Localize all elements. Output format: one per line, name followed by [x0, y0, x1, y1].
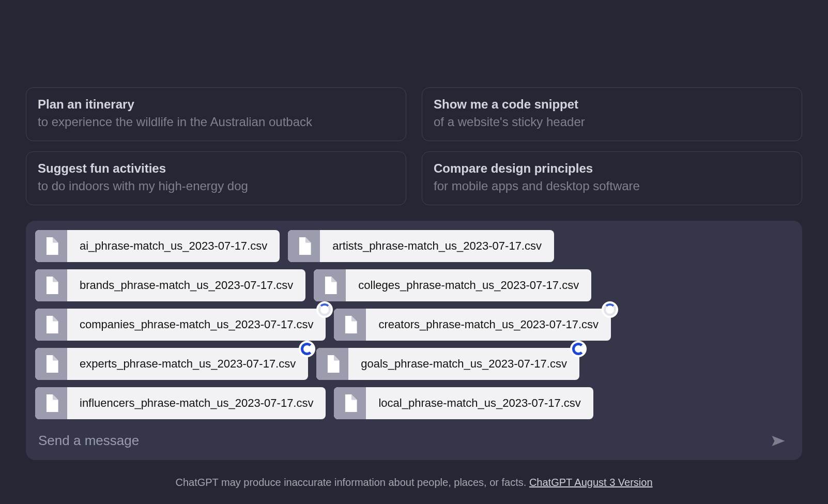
file-icon — [334, 387, 366, 419]
attachment-chip[interactable]: experts_phrase-match_us_2023-07-17.csv — [35, 348, 308, 380]
suggestion-title: Compare design principles — [434, 161, 790, 176]
suggestion-title: Plan an itinerary — [38, 97, 394, 112]
version-link[interactable]: ChatGPT August 3 Version — [529, 477, 653, 488]
file-icon — [288, 230, 320, 262]
upload-spinner-icon — [602, 301, 618, 318]
attachment-chip[interactable]: companies_phrase-match_us_2023-07-17.csv — [35, 309, 326, 341]
attachment-chip[interactable]: brands_phrase-match_us_2023-07-17.csv — [35, 269, 305, 301]
suggestion-title: Show me a code snippet — [434, 97, 790, 112]
attachment-chip[interactable]: creators_phrase-match_us_2023-07-17.csv — [334, 309, 611, 341]
attachment-filename: brands_phrase-match_us_2023-07-17.csv — [67, 269, 305, 301]
file-icon — [314, 269, 346, 301]
send-button[interactable] — [769, 433, 788, 449]
attachment-filename: experts_phrase-match_us_2023-07-17.csv — [67, 348, 308, 380]
attachment-filename: companies_phrase-match_us_2023-07-17.csv — [67, 309, 326, 341]
message-composer: ai_phrase-match_us_2023-07-17.csvartists… — [26, 221, 802, 460]
file-icon — [35, 387, 67, 419]
attachment-chip[interactable]: influencers_phrase-match_us_2023-07-17.c… — [35, 387, 326, 419]
attachment-chip[interactable]: colleges_phrase-match_us_2023-07-17.csv — [314, 269, 591, 301]
suggestion-subtitle: of a website's sticky header — [434, 115, 790, 129]
attachment-filename: artists_phrase-match_us_2023-07-17.csv — [320, 230, 554, 262]
suggestion-card-2[interactable]: Show me a code snippet of a website's st… — [422, 87, 802, 141]
attachment-chip[interactable]: local_phrase-match_us_2023-07-17.csv — [334, 387, 593, 419]
send-icon — [771, 434, 786, 448]
suggestion-subtitle: for mobile apps and desktop software — [434, 179, 790, 193]
attachment-filename: creators_phrase-match_us_2023-07-17.csv — [366, 309, 611, 341]
footer-disclaimer: ChatGPT may produce inaccurate informati… — [26, 477, 802, 488]
file-icon — [334, 309, 366, 341]
disclaimer-text: ChatGPT may produce inaccurate informati… — [175, 477, 529, 488]
attachment-filename: colleges_phrase-match_us_2023-07-17.csv — [346, 269, 591, 301]
file-icon — [316, 348, 348, 380]
suggestion-card-3[interactable]: Suggest fun activities to do indoors wit… — [26, 151, 406, 205]
suggestion-card-4[interactable]: Compare design principles for mobile app… — [422, 151, 802, 205]
message-input[interactable] — [38, 433, 769, 449]
attachment-filename: ai_phrase-match_us_2023-07-17.csv — [67, 230, 280, 262]
suggestion-subtitle: to do indoors with my high-energy dog — [38, 179, 394, 193]
attachment-filename: influencers_phrase-match_us_2023-07-17.c… — [67, 387, 326, 419]
suggestion-title: Suggest fun activities — [38, 161, 394, 176]
suggestion-subtitle: to experience the wildlife in the Austra… — [38, 115, 394, 129]
attachment-filename: local_phrase-match_us_2023-07-17.csv — [366, 387, 593, 419]
file-icon — [35, 348, 67, 380]
attachment-filename: goals_phrase-match_us_2023-07-17.csv — [348, 348, 579, 380]
file-icon — [35, 309, 67, 341]
upload-spinner-icon — [570, 341, 587, 357]
attachment-list: ai_phrase-match_us_2023-07-17.csvartists… — [35, 230, 793, 419]
attachment-chip[interactable]: artists_phrase-match_us_2023-07-17.csv — [288, 230, 554, 262]
upload-spinner-icon — [299, 341, 315, 357]
file-icon — [35, 269, 67, 301]
suggestion-card-1[interactable]: Plan an itinerary to experience the wild… — [26, 87, 406, 141]
file-icon — [35, 230, 67, 262]
attachment-chip[interactable]: ai_phrase-match_us_2023-07-17.csv — [35, 230, 280, 262]
attachment-chip[interactable]: goals_phrase-match_us_2023-07-17.csv — [316, 348, 579, 380]
suggestion-grid: Plan an itinerary to experience the wild… — [26, 87, 802, 205]
upload-spinner-icon — [316, 301, 333, 318]
